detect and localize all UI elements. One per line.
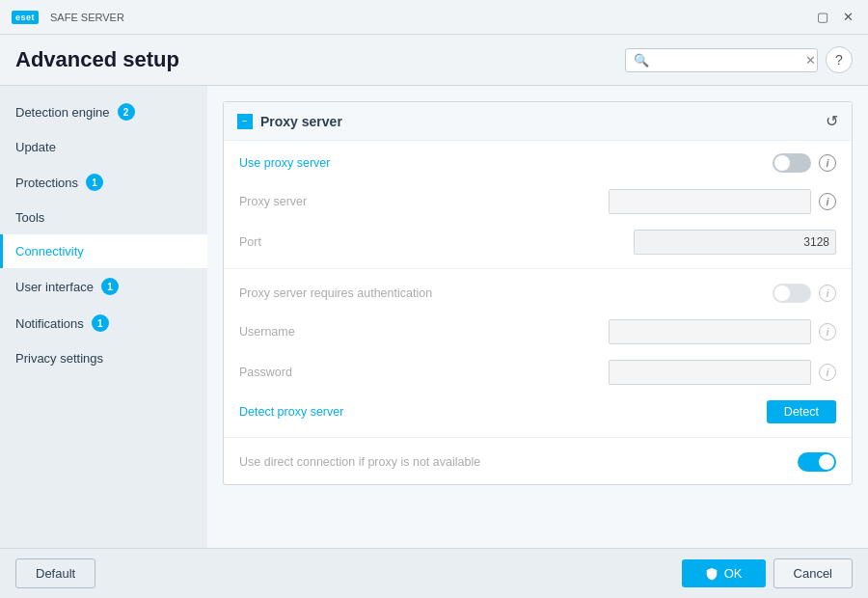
proxy-server-row: Proxy server i <box>224 181 852 222</box>
detect-button[interactable]: Detect <box>767 400 836 423</box>
close-button[interactable]: ✕ <box>839 9 856 26</box>
direct-connection-control <box>798 452 836 472</box>
search-icon: 🔍 <box>634 53 649 68</box>
notifications-badge: 1 <box>92 314 109 332</box>
sidebar-item-user-interface[interactable]: User interface 1 <box>0 268 207 305</box>
toggle-thumb <box>774 155 790 171</box>
sidebar-item-detection-engine[interactable]: Detection engine 2 <box>0 94 207 130</box>
password-input[interactable] <box>609 360 811 385</box>
sidebar-item-update[interactable]: Update <box>0 130 207 164</box>
ok-button[interactable]: OK <box>682 559 766 587</box>
sidebar-item-label: Privacy settings <box>15 351 103 366</box>
search-box: 🔍 ✕ <box>625 48 818 72</box>
proxy-server-control: i <box>609 189 836 214</box>
page-title: Advanced setup <box>15 47 179 72</box>
username-row: Username i <box>224 312 852 352</box>
use-proxy-server-row: Use proxy server i <box>224 145 852 181</box>
panel-header: − Proxy server ↺ <box>224 102 852 141</box>
header-bar: Advanced setup 🔍 ✕ ? <box>0 35 868 86</box>
detect-proxy-label: Detect proxy server <box>239 405 767 419</box>
content-area: Detection engine 2 Update Protections 1 … <box>0 86 868 548</box>
protections-badge: 1 <box>86 174 103 191</box>
sidebar-item-connectivity[interactable]: Connectivity <box>0 234 207 268</box>
username-input[interactable] <box>609 319 811 344</box>
password-row: Password i <box>224 352 852 393</box>
main-content: − Proxy server ↺ Use proxy server i <box>207 86 868 548</box>
password-label: Password <box>239 366 609 379</box>
search-clear-icon[interactable]: ✕ <box>805 53 816 68</box>
ok-label: OK <box>724 566 743 581</box>
direct-connection-label: Use direct connection if proxy is not av… <box>239 455 798 469</box>
use-proxy-server-info[interactable]: i <box>819 154 836 172</box>
help-button[interactable]: ? <box>826 46 853 73</box>
title-bar: eset SAFE SERVER ▢ ✕ <box>0 0 868 35</box>
search-input[interactable] <box>655 53 800 67</box>
sidebar-item-protections[interactable]: Protections 1 <box>0 164 207 201</box>
default-button[interactable]: Default <box>15 558 95 588</box>
password-control: i <box>609 360 836 385</box>
panel-collapse-icon[interactable]: − <box>237 114 253 129</box>
toggle-thumb-direct <box>819 454 834 470</box>
app-title: SAFE SERVER <box>50 12 124 23</box>
sidebar: Detection engine 2 Update Protections 1 … <box>0 86 207 548</box>
panel-title: Proxy server <box>260 114 826 129</box>
sidebar-item-label: Tools <box>15 210 44 225</box>
proxy-server-panel: − Proxy server ↺ Use proxy server i <box>223 101 853 485</box>
separator-1 <box>224 268 852 269</box>
sidebar-item-label: Connectivity <box>15 244 84 258</box>
proxy-server-label: Proxy server <box>239 195 609 208</box>
use-proxy-server-label: Use proxy server <box>239 156 773 170</box>
detect-proxy-control: Detect <box>767 400 836 423</box>
port-label: Port <box>239 235 634 249</box>
minimize-button[interactable]: ▢ <box>814 9 831 26</box>
panel-reset-button[interactable]: ↺ <box>826 112 838 130</box>
proxy-server-info[interactable]: i <box>819 193 836 210</box>
proxy-auth-toggle[interactable] <box>773 284 811 303</box>
sidebar-item-label: Protections <box>15 176 78 190</box>
sidebar-item-tools[interactable]: Tools <box>0 201 207 234</box>
detect-proxy-row: Detect proxy server Detect <box>224 393 852 431</box>
proxy-auth-control: i <box>773 284 836 303</box>
username-info[interactable]: i <box>819 323 836 340</box>
port-row: Port <box>224 222 852 262</box>
cancel-button[interactable]: Cancel <box>773 558 853 588</box>
username-label: Username <box>239 325 609 339</box>
window-controls: ▢ ✕ <box>814 9 856 26</box>
detection-engine-badge: 2 <box>118 103 135 121</box>
port-input[interactable] <box>634 230 836 255</box>
use-proxy-server-control: i <box>773 153 836 173</box>
main-container: Advanced setup 🔍 ✕ ? Detection engine 2 … <box>0 35 868 598</box>
eset-logo-icon: eset <box>12 11 39 24</box>
proxy-auth-info[interactable]: i <box>819 285 836 302</box>
port-control <box>634 230 836 255</box>
proxy-auth-label: Proxy server requires authentication <box>239 286 773 300</box>
username-control: i <box>609 319 836 344</box>
sidebar-item-label: Update <box>15 140 56 154</box>
header-right: 🔍 ✕ ? <box>625 46 853 73</box>
direct-connection-row: Use direct connection if proxy is not av… <box>224 444 852 480</box>
sidebar-item-label: Detection engine <box>15 105 110 120</box>
proxy-server-input[interactable] <box>609 189 811 214</box>
app-logo: eset SAFE SERVER <box>12 11 124 24</box>
user-interface-badge: 1 <box>101 278 119 295</box>
sidebar-item-notifications[interactable]: Notifications 1 <box>0 305 207 341</box>
direct-connection-toggle[interactable] <box>798 452 836 472</box>
separator-2 <box>224 437 852 438</box>
sidebar-item-label: User interface <box>15 280 94 294</box>
panel-body: Use proxy server i Proxy server <box>224 141 852 484</box>
shield-icon <box>705 567 719 581</box>
password-info[interactable]: i <box>819 364 836 381</box>
toggle-thumb-auth <box>774 285 790 301</box>
bottom-bar: Default OK Cancel <box>0 548 868 598</box>
proxy-auth-row: Proxy server requires authentication i <box>224 275 852 312</box>
sidebar-item-label: Notifications <box>15 316 84 331</box>
sidebar-item-privacy-settings[interactable]: Privacy settings <box>0 341 207 375</box>
use-proxy-server-toggle[interactable] <box>773 153 811 173</box>
